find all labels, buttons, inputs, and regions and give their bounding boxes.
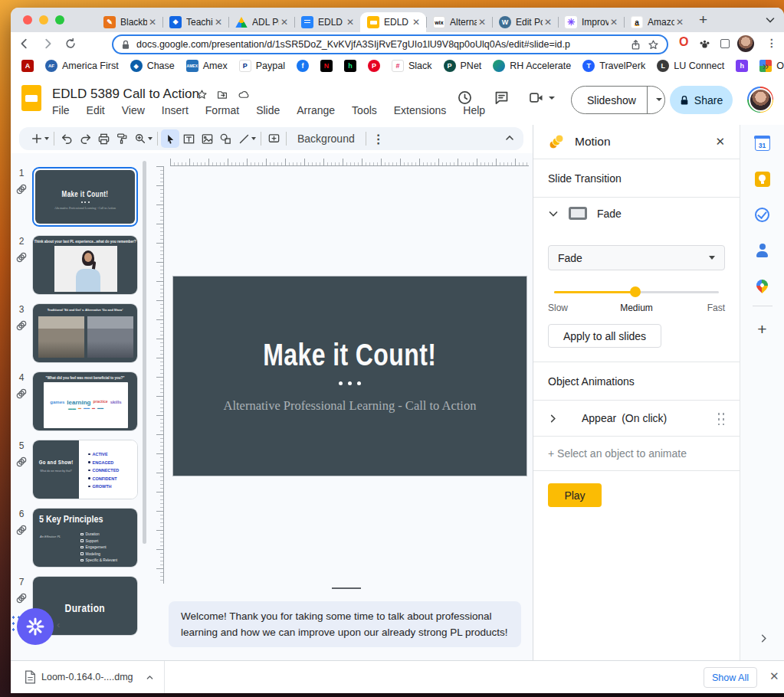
transition-expander-row[interactable]: Fade <box>533 198 740 228</box>
speed-slider[interactable] <box>554 286 719 297</box>
bookmark-facebook[interactable]: f <box>297 60 309 72</box>
slide-thumbnail-5[interactable]: Go and Show! What do we mean by that? AC… <box>32 440 138 499</box>
loom-record-button[interactable] <box>17 608 54 645</box>
bookmark-pnet[interactable]: PPNet <box>444 60 482 72</box>
play-button[interactable]: Play <box>548 483 602 507</box>
close-panel-icon[interactable]: ✕ <box>715 135 725 149</box>
cloud-saved-icon[interactable] <box>238 89 251 100</box>
close-download-bar-icon[interactable]: ✕ <box>769 669 779 683</box>
browser-profile-avatar[interactable] <box>737 35 754 52</box>
google-keep-icon[interactable] <box>755 172 770 187</box>
extension-sidepanel-icon[interactable] <box>720 39 730 48</box>
collapse-toolbar-icon[interactable] <box>504 133 515 143</box>
slider-knob[interactable] <box>630 286 641 297</box>
select-tool-icon[interactable] <box>161 129 179 148</box>
filmstrip-scrollbar[interactable] <box>143 161 146 544</box>
account-avatar[interactable] <box>747 87 773 113</box>
download-caret-icon[interactable] <box>146 673 154 682</box>
bookmark-adobe[interactable]: A <box>21 60 34 72</box>
menu-format[interactable]: Format <box>205 104 239 116</box>
extension-icon[interactable]: O <box>679 35 688 49</box>
extension-paw-icon[interactable] <box>699 38 710 50</box>
reload-icon[interactable] <box>64 38 77 50</box>
menu-extensions[interactable]: Extensions <box>394 104 446 116</box>
browser-tab[interactable]: aAmazo✕ <box>624 12 690 32</box>
current-slide[interactable]: Make it Count! Alternative Professional … <box>172 276 527 476</box>
new-tab-button[interactable]: + <box>699 11 707 28</box>
menu-arrange[interactable]: Arrange <box>297 104 335 116</box>
bookmark-chase[interactable]: ◈Chase <box>130 60 175 72</box>
address-bar[interactable]: docs.google.com/presentation/d/1sSR5DoZ_… <box>112 34 668 54</box>
meet-caret-icon[interactable] <box>548 96 556 101</box>
back-icon[interactable] <box>18 38 31 50</box>
tab-close-icon[interactable]: ✕ <box>543 17 553 28</box>
slideshow-caret-icon[interactable] <box>655 97 663 103</box>
get-addons-icon[interactable]: + <box>757 321 766 337</box>
browser-tab[interactable]: wixAlterna✕ <box>426 12 492 32</box>
minimize-window-button[interactable] <box>39 15 48 25</box>
share-button[interactable]: Share <box>670 86 733 114</box>
bookmark-netflix[interactable]: N <box>320 60 333 72</box>
download-filename[interactable]: Loom-0.164.0-....dmg <box>41 672 133 682</box>
speaker-notes[interactable]: Welcome! Thank you for taking some time … <box>169 601 521 647</box>
paint-format-icon[interactable] <box>113 129 131 148</box>
slide-subtitle[interactable]: Alternative Professional Learning - Call… <box>224 398 477 414</box>
new-slide-caret-icon[interactable] <box>44 137 49 142</box>
document-title[interactable]: EDLD 5389 Call to Action <box>52 87 199 102</box>
zoom-window-button[interactable] <box>55 15 64 25</box>
menu-file[interactable]: File <box>52 104 70 116</box>
menu-edit[interactable]: Edit <box>87 104 105 116</box>
chevron-down-icon[interactable] <box>548 208 559 219</box>
slideshow-button[interactable]: Slideshow <box>571 86 665 114</box>
chevron-right-icon[interactable] <box>548 414 558 424</box>
tab-close-icon[interactable]: ✕ <box>609 17 619 28</box>
browser-tab[interactable]: ✎Blackbo✕ <box>97 12 162 32</box>
bookmark-pinterest[interactable]: P <box>368 60 380 72</box>
text-box-icon[interactable] <box>179 129 198 148</box>
google-tasks-icon[interactable] <box>755 208 769 222</box>
tab-search-icon[interactable] <box>765 15 776 25</box>
menu-insert[interactable]: Insert <box>162 104 189 116</box>
insert-image-icon[interactable] <box>198 129 216 148</box>
apply-to-all-slides-button[interactable]: Apply to all slides <box>548 324 661 348</box>
google-slides-logo[interactable] <box>21 85 41 111</box>
background-button[interactable]: Background <box>290 133 362 145</box>
share-page-icon[interactable] <box>630 39 641 51</box>
browser-menu-icon[interactable]: ⋮ <box>766 37 777 49</box>
menu-slide[interactable]: Slide <box>256 104 280 116</box>
bookmark-slack[interactable]: #Slack <box>392 60 432 72</box>
browser-tab[interactable]: ✳Improv✕ <box>558 12 624 32</box>
zoom-icon[interactable] <box>131 129 149 148</box>
menu-help[interactable]: Help <box>463 104 485 116</box>
bookmark-hulu[interactable]: h <box>344 60 356 72</box>
tab-close-icon[interactable]: ✕ <box>674 17 685 28</box>
bookmark-h[interactable]: h <box>736 60 748 72</box>
notes-resize-handle[interactable] <box>332 587 361 589</box>
comments-icon[interactable] <box>494 90 510 106</box>
meet-camera-icon[interactable] <box>529 92 544 103</box>
bookmark-rh-accelerate[interactable]: RH Accelerate <box>493 60 571 72</box>
slide-title[interactable]: Make it Count! <box>241 339 458 370</box>
redo-icon[interactable] <box>76 129 94 148</box>
bookmarks-overflow-icon[interactable]: » <box>763 60 769 72</box>
browser-tab[interactable]: EDLD 5✕ <box>294 12 360 32</box>
browser-tab[interactable]: ADL Pr✕ <box>228 12 294 32</box>
tab-close-icon[interactable]: ✕ <box>147 17 158 28</box>
undo-icon[interactable] <box>57 129 76 148</box>
line-caret-icon[interactable] <box>251 137 256 142</box>
version-history-icon[interactable] <box>457 90 473 106</box>
slide-thumbnail-1[interactable]: Make it Count! Alternative Professional … <box>32 167 138 227</box>
google-calendar-icon[interactable]: 31 <box>755 136 770 151</box>
bookmark-star-icon[interactable] <box>648 39 659 51</box>
bookmark-america-first[interactable]: AFAmerica First <box>45 60 119 72</box>
browser-tab[interactable]: WEdit Po✕ <box>492 12 558 32</box>
add-animation-button[interactable]: + Select an object to animate <box>533 437 740 470</box>
star-document-icon[interactable] <box>196 89 208 100</box>
new-slide-icon[interactable] <box>28 129 46 148</box>
menu-view[interactable]: View <box>122 104 145 116</box>
insert-line-icon[interactable] <box>235 129 253 148</box>
slide-thumbnail-3[interactable]: Traditional 'Sit and Get' v. Alternative… <box>32 303 138 363</box>
insert-shape-icon[interactable] <box>216 129 235 148</box>
bookmark-amex[interactable]: AMEXAmex <box>186 60 228 72</box>
bookmark-paypal[interactable]: PPaypal <box>239 60 285 72</box>
